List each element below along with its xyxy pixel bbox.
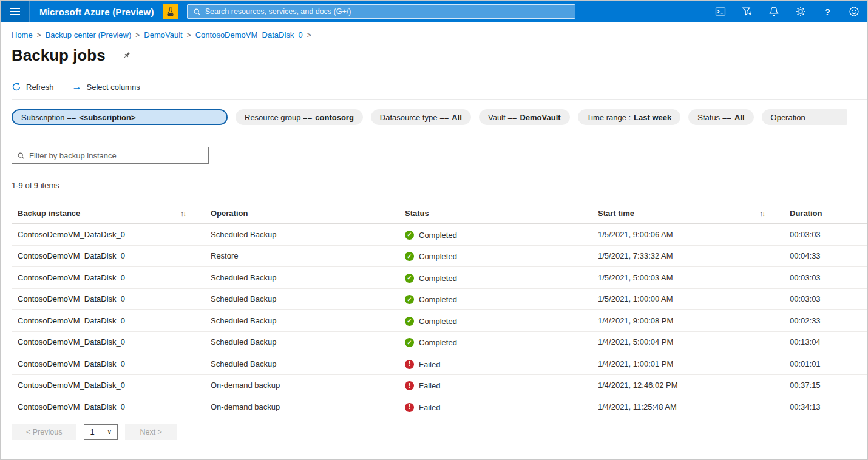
cell-backup-instance: ContosoDemoVM_DataDisk_0: [12, 374, 205, 396]
cell-status: ✓Completed: [399, 310, 592, 332]
filter-name: Datasource type ==: [380, 113, 449, 122]
cell-status: ✓Completed: [399, 288, 592, 310]
page-select[interactable]: 1 ∨: [84, 424, 118, 440]
filter-value: Last week: [634, 113, 671, 122]
column-label: Status: [405, 209, 429, 218]
sort-icon[interactable]: ↑↓: [180, 209, 185, 218]
status-label: Failed: [419, 360, 440, 369]
cell-start-time: 1/4/2021, 5:00:04 PM: [592, 331, 784, 353]
instance-filter-input[interactable]: [29, 151, 203, 160]
previous-page-button[interactable]: < Previous: [12, 424, 76, 440]
bell-icon: [768, 6, 779, 17]
topbar-icon-group: ?: [707, 1, 867, 22]
cell-duration: 00:01:01: [784, 353, 867, 375]
cell-status: !Failed: [399, 396, 592, 418]
table-row[interactable]: ContosoDemoVM_DataDisk_0Scheduled Backup…: [12, 224, 867, 246]
cell-status: ✓Completed: [399, 267, 592, 289]
pin-button[interactable]: [121, 51, 131, 61]
feedback-button[interactable]: [841, 1, 867, 22]
breadcrumb-link[interactable]: Home: [12, 30, 33, 39]
cell-start-time: 1/5/2021, 5:00:03 AM: [592, 267, 784, 289]
next-page-button[interactable]: Next >: [125, 424, 176, 440]
table-header-row: Backup instance↑↓OperationStatusStart ti…: [12, 203, 867, 224]
cell-operation: Scheduled Backup: [205, 224, 399, 246]
completed-icon: ✓: [405, 231, 414, 240]
cell-operation: Scheduled Backup: [205, 331, 399, 353]
menu-button[interactable]: [1, 1, 30, 22]
cell-start-time: 1/5/2021, 7:33:32 AM: [592, 245, 784, 267]
preview-flask-button[interactable]: [163, 4, 178, 19]
table-row[interactable]: ContosoDemoVM_DataDisk_0On-demand backup…: [12, 396, 867, 418]
hamburger-icon: [10, 8, 20, 9]
cell-duration: 00:13:04: [784, 331, 867, 353]
status-label: Completed: [419, 231, 457, 240]
sort-icon[interactable]: ↑↓: [759, 209, 764, 218]
flask-icon: [166, 7, 175, 16]
breadcrumb-separator-icon: >: [307, 31, 311, 39]
filter-pill[interactable]: Datasource type ==All: [371, 109, 471, 125]
instance-filter[interactable]: [12, 147, 209, 164]
breadcrumb-separator-icon: >: [37, 31, 41, 39]
filter-pill[interactable]: Vault ==DemoVault: [479, 109, 570, 125]
cell-backup-instance: ContosoDemoVM_DataDisk_0: [12, 288, 205, 310]
global-search[interactable]: [187, 4, 575, 19]
breadcrumb-link[interactable]: Backup center (Preview): [46, 30, 132, 39]
directory-filter-button[interactable]: [734, 1, 761, 22]
column-header[interactable]: Start time↑↓: [592, 203, 784, 224]
notifications-button[interactable]: [761, 1, 787, 22]
cell-status: ✓Completed: [399, 224, 592, 246]
cell-backup-instance: ContosoDemoVM_DataDisk_0: [12, 245, 205, 267]
table-row[interactable]: ContosoDemoVM_DataDisk_0On-demand backup…: [12, 374, 867, 396]
column-header[interactable]: Duration: [784, 203, 867, 224]
table-row[interactable]: ContosoDemoVM_DataDisk_0Scheduled Backup…: [12, 310, 867, 332]
completed-icon: ✓: [405, 274, 414, 283]
breadcrumb-link[interactable]: ContosoDemoVM_DataDisk_0: [195, 30, 303, 39]
breadcrumb: Home>Backup center (Preview)>DemoVault>C…: [12, 30, 867, 39]
cell-backup-instance: ContosoDemoVM_DataDisk_0: [12, 224, 205, 246]
status-label: Completed: [419, 295, 457, 304]
filter-value: All: [734, 113, 745, 122]
cell-backup-instance: ContosoDemoVM_DataDisk_0: [12, 267, 205, 289]
filter-pill[interactable]: Operation: [762, 109, 847, 125]
filter-value: DemoVault: [520, 113, 560, 122]
table-row[interactable]: ContosoDemoVM_DataDisk_0Scheduled Backup…: [12, 288, 867, 310]
filter-pill[interactable]: Subscription ==<subscription>: [12, 109, 228, 125]
cloud-shell-button[interactable]: [707, 1, 734, 22]
select-columns-button[interactable]: → Select columns: [72, 82, 140, 92]
table-row[interactable]: ContosoDemoVM_DataDisk_0Scheduled Backup…: [12, 353, 867, 375]
table-row[interactable]: ContosoDemoVM_DataDisk_0Scheduled Backup…: [12, 267, 867, 289]
table-row[interactable]: ContosoDemoVM_DataDisk_0Scheduled Backup…: [12, 331, 867, 353]
command-bar: Refresh → Select columns: [12, 82, 867, 100]
cell-operation: Scheduled Backup: [205, 288, 399, 310]
cell-status: ✓Completed: [399, 245, 592, 267]
topbar: Microsoft Azure (Preview): [1, 1, 867, 22]
breadcrumb-link[interactable]: DemoVault: [144, 30, 182, 39]
column-header[interactable]: Operation: [205, 203, 399, 224]
table-row[interactable]: ContosoDemoVM_DataDisk_0Restore✓Complete…: [12, 245, 867, 267]
items-count: 1-9 of 9 items: [12, 181, 867, 190]
status-label: Failed: [419, 381, 440, 390]
portal-title[interactable]: Microsoft Azure (Preview): [39, 7, 154, 17]
column-header[interactable]: Status: [399, 203, 592, 224]
settings-button[interactable]: [787, 1, 814, 22]
failed-icon: !: [405, 403, 414, 412]
status-label: Failed: [419, 403, 440, 412]
cell-operation: On-demand backup: [205, 374, 399, 396]
filter-pill[interactable]: Resource group ==contosorg: [236, 109, 363, 125]
global-search-input[interactable]: [205, 7, 569, 16]
cell-operation: Scheduled Backup: [205, 310, 399, 332]
cell-start-time: 1/4/2021, 11:25:48 AM: [592, 396, 784, 418]
help-button[interactable]: ?: [814, 1, 841, 22]
cell-start-time: 1/4/2021, 12:46:02 PM: [592, 374, 784, 396]
cloud-shell-icon: [715, 6, 726, 17]
help-icon: ?: [824, 7, 830, 17]
directory-filter-icon: [742, 6, 753, 17]
refresh-button[interactable]: Refresh: [12, 82, 54, 92]
pin-icon: [121, 51, 131, 61]
backup-jobs-table: Backup instance↑↓OperationStatusStart ti…: [12, 203, 867, 418]
filter-pill[interactable]: Time range :Last week: [578, 109, 681, 125]
filter-pill[interactable]: Status ==All: [688, 109, 753, 125]
column-header[interactable]: Backup instance↑↓: [12, 203, 205, 224]
cell-duration: 00:37:15: [784, 374, 867, 396]
failed-icon: !: [405, 360, 414, 369]
